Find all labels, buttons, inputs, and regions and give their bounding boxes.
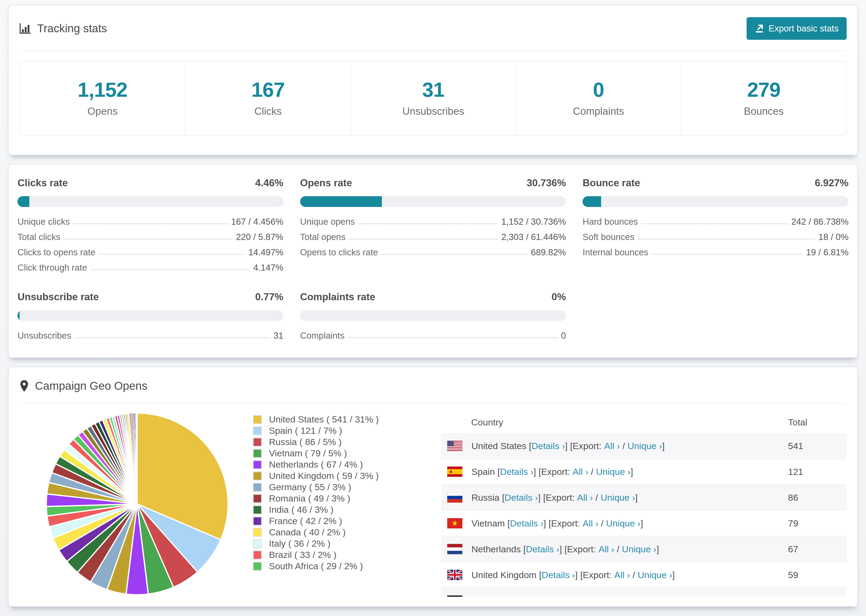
legend-swatch-icon bbox=[253, 550, 262, 559]
export-unique-link[interactable]: Unique › bbox=[622, 544, 657, 555]
country-name: United Kingdom bbox=[471, 570, 537, 580]
stat-label: Opens bbox=[20, 105, 185, 117]
export-all-link[interactable]: All › bbox=[573, 467, 589, 477]
metric-label: Unique clicks bbox=[17, 217, 70, 227]
metric-label: Hard bounces bbox=[583, 217, 638, 227]
campaign-geo-opens-card: Campaign Geo Opens United States ( 541 /… bbox=[8, 366, 858, 607]
legend-label: United States ( 541 / 31% ) bbox=[269, 414, 379, 425]
legend-swatch-icon bbox=[253, 517, 262, 526]
legend-item-france[interactable]: France ( 42 / 2% ) bbox=[253, 517, 441, 525]
details-link[interactable]: Details › bbox=[514, 596, 548, 597]
legend-label: Romania ( 49 / 3% ) bbox=[269, 493, 350, 504]
legend-item-netherlands[interactable]: Netherlands ( 67 / 4% ) bbox=[253, 460, 441, 469]
metric-label: Unsubscribes bbox=[17, 331, 71, 341]
details-link[interactable]: Details › bbox=[542, 570, 575, 580]
metric-value: 242 / 86.738% bbox=[791, 217, 849, 227]
rate-percentage: 30.736% bbox=[527, 178, 566, 189]
metric-value: 0 bbox=[561, 331, 566, 341]
country-name: Vietnam bbox=[471, 518, 505, 529]
export-all-link[interactable]: All › bbox=[577, 492, 593, 503]
export-basic-stats-button[interactable]: Export basic stats bbox=[746, 17, 847, 40]
metric-value: 1,152 / 30.736% bbox=[501, 217, 566, 227]
legend-item-south-africa[interactable]: South Africa ( 29 / 2% ) bbox=[253, 562, 441, 570]
export-all-link[interactable]: All › bbox=[583, 518, 598, 529]
dotted-leader bbox=[638, 239, 815, 239]
legend-label: Vietnam ( 79 / 5% ) bbox=[269, 448, 347, 459]
progress-bar-fill bbox=[583, 196, 601, 207]
rate-rows: Unique opens 1,152 / 30.736% Total opens… bbox=[300, 214, 566, 260]
export-all-link[interactable]: All › bbox=[604, 441, 620, 451]
details-link[interactable]: Details › bbox=[505, 492, 538, 503]
stat-unsubscribes: 31 Unsubscribes bbox=[350, 61, 516, 135]
export-unique-link[interactable]: Unique › bbox=[610, 596, 645, 597]
tracking-stats-title: Tracking stats bbox=[19, 22, 107, 35]
legend-swatch-icon bbox=[253, 539, 262, 548]
export-unique-link[interactable]: Unique › bbox=[601, 492, 635, 503]
country-total: 55 bbox=[788, 596, 798, 597]
dotted-leader bbox=[349, 239, 498, 239]
legend-swatch-icon bbox=[253, 449, 262, 458]
legend-item-united-states[interactable]: United States ( 541 / 31% ) bbox=[253, 415, 441, 424]
geo-pie-wrap bbox=[22, 411, 253, 598]
details-link[interactable]: Details › bbox=[531, 441, 565, 451]
dotted-leader bbox=[75, 337, 270, 338]
legend-item-italy[interactable]: Italy ( 36 / 2% ) bbox=[253, 539, 441, 548]
metric-row-total-clicks: Total clicks 220 / 5.87% bbox=[17, 229, 283, 245]
country-name: United States bbox=[471, 441, 526, 451]
legend-item-spain[interactable]: Spain ( 121 / 7% ) bbox=[253, 426, 441, 435]
legend-item-russia[interactable]: Russia ( 86 / 5% ) bbox=[253, 438, 441, 446]
geo-row-united-kingdom: United Kingdom [ Details › ] [Export: Al… bbox=[441, 562, 847, 588]
details-link[interactable]: Details › bbox=[526, 544, 559, 555]
rate-percentage: 6.927% bbox=[815, 178, 849, 189]
rate-percentage: 0% bbox=[552, 291, 566, 303]
metric-value: 19 / 6.81% bbox=[806, 247, 849, 258]
metric-row-click-through-rate: Click through rate 4.147% bbox=[17, 260, 283, 275]
legend-item-romania[interactable]: Romania ( 49 / 3% ) bbox=[253, 494, 441, 503]
stat-opens: 1,152 Opens bbox=[20, 61, 185, 135]
geo-table-header: Country Total bbox=[441, 411, 847, 433]
legend-item-united-kingdom[interactable]: United Kingdom ( 59 / 3% ) bbox=[253, 471, 441, 480]
legend-item-vietnam[interactable]: Vietnam ( 79 / 5% ) bbox=[253, 449, 441, 458]
rate-head: Bounce rate 6.927% bbox=[583, 178, 849, 189]
rates-grid: Clicks rate 4.46% Unique clicks 167 / 4.… bbox=[17, 178, 849, 343]
geo-row-vietnam: Vietnam [ Details › ] [Export: All › / U… bbox=[441, 511, 847, 536]
rate-rows: Complaints 0 bbox=[300, 328, 566, 343]
geo-section-title: Campaign Geo Opens bbox=[35, 379, 147, 392]
stat-label: Complaints bbox=[516, 105, 681, 117]
flag-vn-icon bbox=[447, 518, 462, 528]
legend-item-germany[interactable]: Germany ( 55 / 3% ) bbox=[253, 483, 441, 492]
geo-row-united-states: United States [ Details › ] [Export: All… bbox=[441, 433, 847, 459]
legend-item-canada[interactable]: Canada ( 40 / 2% ) bbox=[253, 528, 441, 537]
legend-label: Brazil ( 33 / 2% ) bbox=[269, 550, 337, 560]
progress-bar-track bbox=[300, 196, 566, 207]
legend-label: South Africa ( 29 / 2% ) bbox=[269, 561, 363, 571]
rate-percentage: 0.77% bbox=[255, 291, 283, 303]
export-button-label: Export basic stats bbox=[768, 24, 839, 34]
dotted-leader bbox=[359, 223, 498, 224]
legend-item-india[interactable]: India ( 46 / 3% ) bbox=[253, 505, 441, 514]
legend-item-brazil[interactable]: Brazil ( 33 / 2% ) bbox=[253, 550, 441, 559]
export-unique-link[interactable]: Unique › bbox=[606, 518, 641, 529]
legend-swatch-icon bbox=[253, 438, 262, 447]
export-all-link[interactable]: All › bbox=[598, 544, 614, 555]
metric-row-complaints: Complaints 0 bbox=[300, 328, 566, 343]
rate-title: Bounce rate bbox=[583, 178, 640, 189]
country-total: 541 bbox=[788, 441, 803, 451]
details-link[interactable]: Details › bbox=[510, 518, 543, 529]
rate-rows: Unique clicks 167 / 4.456% Total clicks … bbox=[17, 214, 283, 275]
legend-label: India ( 46 / 3% ) bbox=[269, 504, 334, 515]
export-all-link[interactable]: All › bbox=[614, 570, 630, 580]
rate-block-opens-rate: Opens rate 30.736% Unique opens 1,152 / … bbox=[300, 178, 566, 275]
metric-value: 2,303 / 61.446% bbox=[501, 232, 566, 242]
export-unique-link[interactable]: Unique › bbox=[627, 441, 662, 451]
flag-nl-icon bbox=[447, 544, 462, 554]
stat-label: Bounces bbox=[682, 105, 846, 117]
export-unique-link[interactable]: Unique › bbox=[596, 467, 631, 477]
details-link[interactable]: Details › bbox=[500, 467, 534, 477]
export-unique-link[interactable]: Unique › bbox=[638, 570, 672, 580]
export-all-link[interactable]: All › bbox=[587, 596, 603, 597]
legend-swatch-icon bbox=[253, 471, 262, 481]
bar-chart-icon bbox=[19, 23, 31, 35]
stat-value: 279 bbox=[682, 78, 846, 101]
legend-swatch-icon bbox=[253, 562, 262, 571]
